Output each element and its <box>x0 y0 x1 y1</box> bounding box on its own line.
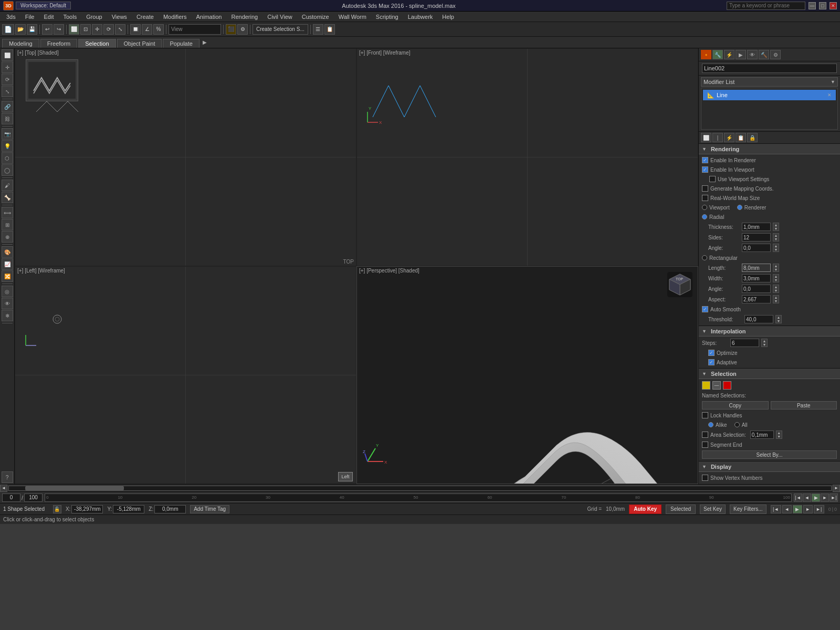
rectangular-radio[interactable] <box>702 255 707 260</box>
gen-mapping-checkbox[interactable] <box>702 185 708 192</box>
viewport-top[interactable]: [+] [Top] [Shaded] TOP <box>15 48 356 266</box>
layers-btn[interactable]: ☰ <box>313 24 323 35</box>
rp-motion-tab[interactable]: ▶ <box>736 50 746 59</box>
area-up[interactable]: ▲ <box>776 431 782 435</box>
prop-icon-1[interactable]: ⬜ <box>701 133 711 142</box>
menu-file[interactable]: File <box>21 13 39 21</box>
add-time-tag-btn[interactable]: Add Time Tag <box>190 505 229 513</box>
rotate-btn[interactable]: ⟳ <box>103 24 114 35</box>
sides-up[interactable]: ▲ <box>773 234 779 237</box>
segment-end-checkbox[interactable] <box>702 442 708 448</box>
threshold-up[interactable]: ▲ <box>776 316 781 319</box>
maximize-button[interactable]: □ <box>819 2 826 9</box>
lt-paint-btn[interactable]: 🖌 <box>2 180 13 191</box>
h-scroll-thumb[interactable] <box>25 486 124 490</box>
tab-freeform[interactable]: Freeform <box>40 39 78 48</box>
angle-up[interactable]: ▲ <box>773 244 779 248</box>
radial-radio[interactable] <box>702 214 707 219</box>
menu-laubwerk[interactable]: Laubwerk <box>404 13 437 21</box>
threshold-down[interactable]: ▼ <box>776 319 781 323</box>
optimize-checkbox[interactable]: ✓ <box>708 350 715 356</box>
length-down[interactable]: ▼ <box>773 268 779 271</box>
workspace-selector[interactable]: Workspace: Default <box>16 2 71 9</box>
width-up[interactable]: ▲ <box>773 275 779 278</box>
length-input[interactable] <box>742 264 771 272</box>
modifier-list-header[interactable]: Modifier List ▼ <box>701 77 838 87</box>
length-up[interactable]: ▲ <box>773 264 779 268</box>
percent-snap[interactable]: % <box>153 24 164 35</box>
aspect-input[interactable] <box>742 295 771 303</box>
area-down[interactable]: ▼ <box>776 435 782 438</box>
lock-icon[interactable]: 🔓 <box>53 505 61 513</box>
steps-up[interactable]: ▲ <box>762 339 767 343</box>
sides-spinner[interactable]: ▲ ▼ <box>773 233 779 242</box>
select-region-btn[interactable]: ⊡ <box>80 24 91 35</box>
threshold-spinner[interactable]: ▲ ▼ <box>775 315 782 323</box>
menu-modifiers[interactable]: Modifiers <box>159 13 191 21</box>
steps-input[interactable] <box>730 339 759 347</box>
angle2-input[interactable] <box>742 285 771 293</box>
prop-icon-2[interactable]: | <box>712 133 723 142</box>
render-setup-btn[interactable]: ⚙ <box>237 24 248 35</box>
aspect-spinner[interactable]: ▲ ▼ <box>773 295 779 303</box>
paste-button[interactable]: Paste <box>771 401 837 410</box>
copy-button[interactable]: Copy <box>702 401 769 410</box>
redo-btn[interactable]: ↪ <box>54 24 64 35</box>
area-sel-input[interactable] <box>750 430 774 439</box>
menu-animation[interactable]: Animation <box>192 13 226 21</box>
width-down[interactable]: ▼ <box>773 278 779 282</box>
tab-populate[interactable]: Populate <box>163 39 199 48</box>
save-btn[interactable]: 💾 <box>27 24 37 35</box>
renderer-radio[interactable] <box>737 205 742 210</box>
angle-snap[interactable]: ∠ <box>142 24 152 35</box>
modifier-entry-line[interactable]: 📐 Line ✕ <box>703 90 836 100</box>
h-scroll-track[interactable] <box>8 486 832 491</box>
enable-viewport-checkbox[interactable]: ✓ <box>702 166 708 173</box>
selected-label[interactable]: Selected <box>666 505 696 514</box>
lt-hide-btn[interactable]: 👁 <box>2 298 13 309</box>
lt-snap-btn[interactable]: ⊕ <box>2 231 13 243</box>
angle-down[interactable]: ▼ <box>773 248 779 251</box>
lt-freeze-btn[interactable]: ❄ <box>2 310 13 321</box>
threshold-input[interactable] <box>744 315 773 323</box>
rp-modify-tab[interactable]: 🔧 <box>712 50 723 59</box>
lock-handles-checkbox[interactable] <box>702 412 708 418</box>
y-input[interactable] <box>113 505 144 513</box>
angle2-spinner[interactable]: ▲ ▼ <box>773 285 779 293</box>
close-button[interactable]: ✕ <box>830 2 837 9</box>
rb-prev-frame[interactable]: ◄ <box>782 505 792 513</box>
lt-geo-btn[interactable]: ⬡ <box>2 152 13 164</box>
thickness-input[interactable] <box>742 223 771 231</box>
move-btn[interactable]: ✛ <box>92 24 102 35</box>
sides-down[interactable]: ▼ <box>773 237 779 241</box>
lt-move-btn[interactable]: ✛ <box>2 61 13 73</box>
length-spinner[interactable]: ▲ ▼ <box>773 264 779 272</box>
tab-modeling[interactable]: Modeling <box>2 39 39 48</box>
enable-renderer-checkbox[interactable]: ✓ <box>702 157 708 163</box>
lt-unlink-btn[interactable]: ⛓ <box>2 113 13 124</box>
use-viewport-checkbox[interactable] <box>709 176 716 182</box>
search-input[interactable] <box>727 2 805 10</box>
viewport-front[interactable]: [+] [Front] [Wireframe] X Y <box>356 48 698 266</box>
viewport-radio[interactable] <box>702 205 707 210</box>
object-name-input[interactable] <box>702 64 837 73</box>
menu-scripting[interactable]: Scripting <box>372 13 403 21</box>
lt-scale-btn[interactable]: ⤡ <box>2 86 13 97</box>
next-frame-btn[interactable]: ► <box>821 494 829 502</box>
menu-help[interactable]: Help <box>438 13 458 21</box>
create-selection-set[interactable]: Create Selection S... <box>253 24 308 35</box>
set-key-btn[interactable]: Set Key <box>700 505 726 514</box>
lt-light-btn[interactable]: 💡 <box>2 140 13 152</box>
prop-icon-5[interactable]: 🔒 <box>747 133 758 142</box>
aspect-down[interactable]: ▼ <box>773 299 779 303</box>
lt-help-btn[interactable]: ? <box>2 471 13 483</box>
tab-selection[interactable]: Selection <box>78 39 116 48</box>
all-radio[interactable] <box>734 422 740 427</box>
menu-customize[interactable]: Customize <box>298 13 333 21</box>
prop-icon-3[interactable]: ⚡ <box>724 133 734 142</box>
lt-select-btn[interactable]: ⬜ <box>2 49 13 61</box>
snap-toggle[interactable]: 🔲 <box>130 24 141 35</box>
prop-icon-4[interactable]: 📋 <box>736 133 746 142</box>
interpolation-header[interactable]: ▼ Interpolation <box>699 326 840 337</box>
rp-hierarchy-tab[interactable]: ⚡ <box>724 50 734 59</box>
